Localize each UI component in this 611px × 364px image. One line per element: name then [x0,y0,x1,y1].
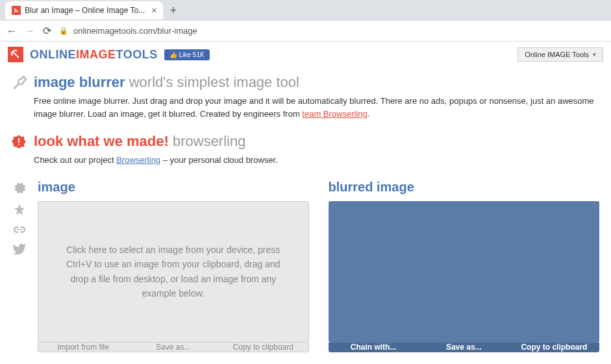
brand[interactable]: ONLINEIMAGETOOLS [30,48,158,62]
link-icon[interactable] [13,225,26,234]
brand-part-online: ONLINE [30,48,76,61]
browser-tab[interactable]: Blur an Image – Online Image To... × [5,1,163,19]
output-box[interactable] [329,201,600,343]
copy-output-button[interactable]: Copy to clipboard [509,343,599,352]
logo-icon[interactable] [8,47,23,62]
site-header: ONLINEIMAGETOOLS 👍 Like 51K Online IMAGE… [0,42,611,67]
input-title: image [38,180,309,195]
lock-icon: 🔒 [59,27,68,35]
promo-text: Check out our project Browserling – your… [34,154,599,167]
dropzone-text: Click here to select an image from your … [56,243,290,301]
svg-rect-1 [18,138,19,143]
alert-icon [12,134,27,167]
tab-bar: Blur an Image – Online Image To... × + [0,0,611,21]
dropzone[interactable]: Click here to select an image from your … [38,201,309,343]
forward-icon[interactable]: → [25,25,35,37]
intro-section: image blurrer world's simplest image too… [12,74,599,120]
intro-text: Free online image blurrer. Just drag and… [34,95,599,120]
browserling-team-link[interactable]: team Browserling [302,109,367,119]
content: image blurrer world's simplest image too… [0,67,611,352]
promo-title-main: look what we made! [34,133,169,149]
promo-section: look what we made! browserling Check out… [12,133,599,167]
twitter-icon[interactable] [13,243,26,255]
favicon [12,6,21,15]
fb-like-button[interactable]: 👍 Like 51K [164,49,210,60]
chain-button[interactable]: Chain with... [329,343,419,352]
new-tab-button[interactable]: + [169,4,177,18]
nav-bar: ← → ⟳ 🔒 onlineimagetools.com/blur-image [0,21,611,42]
tools-menu-button[interactable]: Online IMAGE Tools [517,47,603,62]
gear-icon[interactable] [13,181,26,194]
input-panel: image Click here to select an image from… [38,180,309,352]
promo-text-before: Check out our project [34,155,116,165]
fb-like-text: Like 51K [179,51,205,58]
import-button[interactable]: import from file [38,343,129,352]
svg-rect-2 [18,144,19,145]
side-toolbar [12,180,27,352]
brand-part-image: IMAGE [76,48,116,61]
intro-body: image blurrer world's simplest image too… [34,74,599,120]
output-title: blurred image [329,180,600,195]
save-output-button[interactable]: Save as... [419,343,509,352]
thumb-icon: 👍 [169,51,177,58]
intro-title-sub: world's simplest image tool [129,74,299,90]
intro-heading: image blurrer world's simplest image too… [34,74,599,91]
wrench-icon [12,75,27,120]
tab-title: Blur an Image – Online Image To... [25,6,145,15]
close-tab-icon[interactable]: × [151,5,156,16]
save-input-button[interactable]: Save as... [129,343,219,352]
browserling-link[interactable]: Browserling [116,155,160,165]
promo-title-sub: browserling [173,133,246,149]
output-panel: blurred image Chain with... Save as... C… [329,180,600,352]
input-actions: import from file Save as... Copy to clip… [38,343,309,352]
browser-chrome: Blur an Image – Online Image To... × + ←… [0,0,611,42]
header-left: ONLINEIMAGETOOLS 👍 Like 51K [8,47,210,62]
promo-text-after: – your personal cloud browser. [160,155,278,165]
intro-title-main: image blurrer [34,74,125,90]
panels: image Click here to select an image from… [38,180,599,352]
tool-area: image Click here to select an image from… [12,180,599,352]
output-actions: Chain with... Save as... Copy to clipboa… [329,343,600,352]
star-icon[interactable] [13,203,26,216]
page-body: ONLINEIMAGETOOLS 👍 Like 51K Online IMAGE… [0,42,611,364]
promo-heading: look what we made! browserling [34,133,599,150]
tools-menu-label: Online IMAGE Tools [525,51,589,58]
copy-input-button[interactable]: Copy to clipboard [218,343,308,352]
url-bar[interactable]: 🔒 onlineimagetools.com/blur-image [59,26,605,36]
reload-icon[interactable]: ⟳ [43,25,51,37]
promo-body: look what we made! browserling Check out… [34,133,599,167]
url-text: onlineimagetools.com/blur-image [73,26,197,36]
back-icon[interactable]: ← [6,25,17,37]
intro-text-after: . [368,109,370,119]
brand-part-tools: TOOLS [116,48,158,61]
